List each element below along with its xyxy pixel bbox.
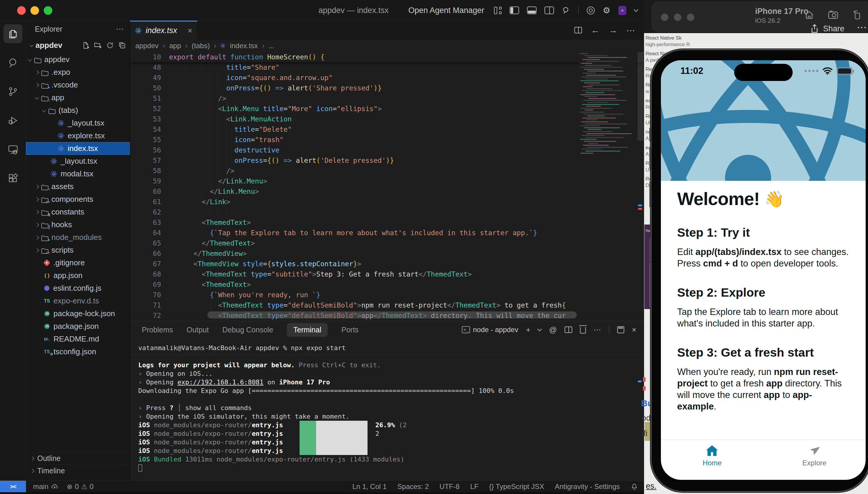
statusbar-item[interactable]: Antigravity - Settings (555, 482, 620, 491)
simulator-close-button[interactable] (661, 14, 668, 21)
tree-item--layout-tsx[interactable]: _layout.tsx (26, 117, 130, 129)
simulator-more-icon[interactable]: ⋯ (857, 21, 867, 33)
breadcrumb-item[interactable]: index.tsx (230, 42, 258, 50)
terminal-at-icon[interactable]: @ (549, 325, 557, 335)
tree-item-expo-env-d-ts[interactable]: TSexpo-env.d.ts (26, 294, 130, 307)
statusbar-item[interactable]: {} TypeScript JSX (489, 482, 544, 491)
panel-tab-terminal[interactable]: Terminal (287, 323, 328, 337)
close-panel-icon[interactable]: × (632, 325, 636, 335)
gear-icon[interactable]: ⚙ (603, 5, 610, 15)
bell-icon[interactable] (631, 483, 638, 491)
editor-more-actions-icon[interactable]: ⋯ (626, 25, 635, 35)
new-file-button[interactable] (82, 41, 90, 49)
statusbar-item[interactable]: Spaces: 2 (397, 482, 429, 491)
breadcrumb-item[interactable]: app (169, 42, 181, 50)
simulator-zoom-button[interactable] (687, 14, 694, 21)
screenshot-camera-icon[interactable] (828, 10, 839, 20)
tree-item-app[interactable]: ::app (26, 91, 130, 104)
problems-indicator[interactable]: ⊗ 0 ⚠ 0 (67, 482, 94, 491)
tree-item-tsconfig-json[interactable]: TS⚙tsconfig.json (26, 345, 130, 358)
breadcrumb-item[interactable]: (tabs) (192, 42, 210, 50)
tree-item-scripts[interactable]: </>scripts (26, 244, 130, 256)
tree-item--tabs-[interactable]: (tabs) (26, 104, 130, 117)
split-terminal-icon[interactable] (564, 326, 572, 333)
breadcrumbs[interactable]: appdev›app›(tabs)›index.tsx›... (130, 40, 644, 52)
tree-item-app-json[interactable]: { }app.json (26, 269, 130, 282)
panel-tab-output[interactable]: Output (187, 326, 209, 334)
tree-item-readme-md[interactable]: M↓README.md (26, 333, 130, 345)
tree-item--layout-tsx[interactable]: _layout.tsx (26, 155, 130, 168)
tree-item--vscode[interactable]: ●.vscode (26, 79, 130, 91)
code-editor[interactable]: 10export default function HomeScreen() {… (130, 52, 644, 321)
home-button-icon[interactable] (804, 10, 814, 20)
browser-icon[interactable] (587, 6, 595, 15)
tree-item-components[interactable]: </>components (26, 193, 130, 206)
search-icon[interactable] (562, 6, 570, 15)
toggle-panel-icon[interactable] (527, 6, 537, 14)
zoom-window-button[interactable] (44, 6, 52, 15)
refresh-button[interactable] (106, 41, 114, 49)
collapse-folders-button[interactable] (118, 41, 126, 49)
outline-section[interactable]: Outline (26, 452, 130, 464)
minimap[interactable] (578, 52, 636, 158)
workspace-root-row[interactable]: appdev (26, 39, 130, 52)
tree-item--gitignore[interactable]: .gitignore (26, 256, 130, 269)
navigate-back-icon[interactable]: ← (591, 25, 600, 35)
tree-item-hooks[interactable]: ʃhooks (26, 218, 130, 231)
statusbar-item[interactable]: LF (470, 482, 479, 491)
activitybar-explorer-icon[interactable] (3, 24, 22, 43)
tree-item--expo[interactable]: .expo (26, 66, 130, 79)
customize-layout-icon[interactable] (494, 7, 502, 14)
terminal-session[interactable]: >_ node - appdev (462, 326, 518, 334)
phone-tab-explore[interactable]: Explore (764, 440, 866, 480)
tree-item-appdev[interactable]: appdev (26, 53, 130, 66)
open-agent-manager-button[interactable]: Open Agent Manager (408, 6, 484, 15)
new-folder-button[interactable] (94, 41, 102, 49)
activitybar-search-icon[interactable] (3, 53, 22, 72)
activitybar-run-debug-icon[interactable] (3, 111, 22, 130)
minimize-window-button[interactable] (31, 6, 39, 15)
split-editor-icon[interactable] (574, 27, 582, 33)
tree-item-explore-tsx[interactable]: explore.tsx (26, 129, 130, 142)
tree-item-node-modules[interactable]: ●node_modules (26, 231, 130, 244)
chevron-down-icon[interactable] (634, 7, 638, 12)
breadcrumb-item[interactable]: ... (269, 42, 274, 50)
simulator-minimize-button[interactable] (674, 14, 681, 21)
statusbar-item[interactable]: UTF-8 (440, 482, 460, 491)
tree-item-constants[interactable]: |||constants (26, 206, 130, 218)
panel-tab-debug-console[interactable]: Debug Console (223, 326, 273, 334)
terminal-dropdown-icon[interactable] (537, 326, 542, 331)
toggle-sidebar-icon[interactable] (509, 6, 519, 14)
panel-tab-problems[interactable]: Problems (142, 326, 173, 334)
panel-tab-ports[interactable]: Ports (341, 326, 359, 334)
remote-indicator[interactable]: >< (0, 481, 26, 492)
maximize-panel-icon[interactable] (617, 326, 624, 333)
tree-item-assets[interactable]: :·assets (26, 180, 130, 193)
activitybar-remote-explorer-icon[interactable] (3, 140, 22, 159)
branch-indicator[interactable]: main (33, 482, 58, 491)
explorer-more-actions-icon[interactable]: ⋯ (116, 24, 124, 34)
close-tab-icon[interactable]: × (188, 26, 192, 35)
tree-item-index-tsx[interactable]: index.tsx (26, 142, 130, 155)
breadcrumb-item[interactable]: appdev (135, 42, 159, 50)
share-row[interactable]: Share (810, 24, 844, 34)
profile-badge-icon[interactable]: ≡ (618, 6, 626, 15)
tree-item-eslint-config-js[interactable]: eslint.config.js (26, 282, 130, 294)
toggle-secondary-sidebar-icon[interactable] (544, 6, 554, 14)
tree-item-modal-tsx[interactable]: modal.tsx (26, 168, 130, 180)
activitybar-extensions-icon[interactable] (3, 169, 22, 188)
vertical-scrollbar[interactable] (638, 52, 643, 141)
tree-item-package-json[interactable]: JSpackage.json (26, 320, 130, 333)
tab-index-tsx[interactable]: index.tsx × (130, 21, 197, 40)
panel-more-actions-icon[interactable]: ⋯ (594, 325, 601, 335)
navigate-forward-icon[interactable]: → (609, 25, 617, 35)
statusbar-item[interactable]: Ln 1, Col 1 (352, 482, 387, 491)
close-window-button[interactable] (17, 6, 26, 15)
terminal-output[interactable]: vatanmalik@Vatans-MacBook-Air appdev % n… (138, 344, 640, 472)
new-terminal-button[interactable]: + (526, 325, 530, 335)
phone-tab-home[interactable]: Home (661, 440, 764, 480)
timeline-section[interactable]: Timeline (26, 464, 130, 477)
kill-terminal-icon[interactable] (580, 327, 586, 334)
tree-item-package-lock-json[interactable]: JSpackage-lock.json (26, 307, 130, 320)
activitybar-source-control-icon[interactable] (3, 82, 22, 101)
